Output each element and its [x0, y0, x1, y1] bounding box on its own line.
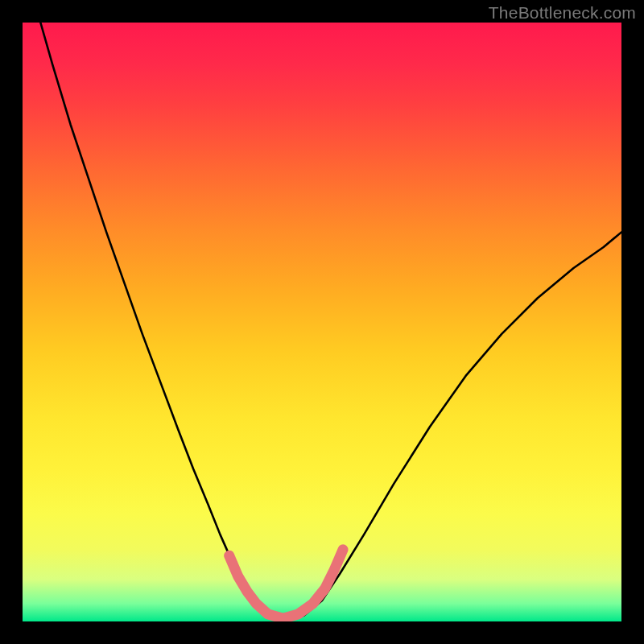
watermark-text: TheBottleneck.com — [489, 3, 636, 23]
plot-area — [23, 23, 621, 621]
bottleneck-curve — [40, 23, 621, 621]
highlight-optimal-zone — [229, 550, 343, 619]
curve-svg — [23, 23, 621, 621]
chart-frame: TheBottleneck.com — [0, 0, 644, 644]
